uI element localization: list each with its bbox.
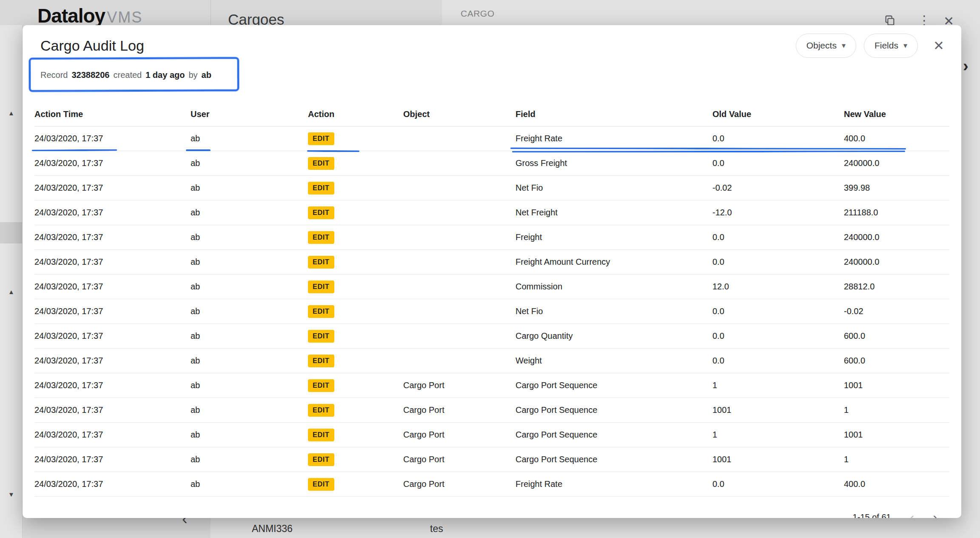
cargo-audit-log-dialog: Cargo Audit Log Objects ▾ Fields ▾ ✕ Rec… <box>23 25 961 518</box>
cell-field: Freight <box>516 232 712 242</box>
cell-time: 24/03/2020, 17:37 <box>34 232 191 242</box>
cell-old-value: 12.0 <box>712 282 844 292</box>
cell-field: Weight <box>516 356 712 366</box>
record-banner-created: created <box>113 70 142 80</box>
edit-badge: EDIT <box>308 379 334 392</box>
audit-table: Action TimeUserActionObjectFieldOld Valu… <box>23 103 961 497</box>
cell-user: ab <box>191 356 308 366</box>
cell-field: Freight Rate <box>516 479 712 489</box>
pagination-bar: 1-15 of 61 ‹ › <box>23 505 961 518</box>
cell-action: EDIT <box>308 355 403 367</box>
cell-field: Net Freight <box>516 208 712 217</box>
cell-action: EDIT <box>308 132 403 145</box>
cell-object: Cargo Port <box>403 381 516 390</box>
objects-dropdown-button[interactable]: Objects ▾ <box>796 34 856 58</box>
column-header-user: User <box>191 109 308 119</box>
cell-field: Cargo Port Sequence <box>516 381 712 390</box>
cell-old-value: 1 <box>712 430 844 440</box>
column-header-action: Action <box>308 109 403 119</box>
cell-field: Cargo Port Sequence <box>516 405 712 415</box>
cell-old-value: 0.0 <box>712 356 844 366</box>
cell-action: EDIT <box>308 305 403 318</box>
cell-action: EDIT <box>308 330 403 343</box>
pagination-next-icon[interactable]: › <box>933 510 937 518</box>
cell-field: Freight Rate <box>516 134 712 143</box>
column-header-action-time: Action Time <box>34 109 191 119</box>
cell-user: ab <box>191 381 308 390</box>
cell-new-value: 1 <box>844 405 949 415</box>
cell-user: ab <box>191 430 308 440</box>
cell-new-value: 399.98 <box>844 183 949 193</box>
table-row: 24/03/2020, 17:37abEDITWeight0.0600.0 <box>34 349 949 373</box>
cell-field: Commission <box>516 282 712 292</box>
table-row: 24/03/2020, 17:37abEDITNet Fio-0.02399.9… <box>34 176 949 200</box>
table-row: 24/03/2020, 17:37abEDITNet Freight-12.02… <box>34 200 949 225</box>
chevron-down-icon: ▾ <box>903 41 907 50</box>
cell-field: Cargo Port Sequence <box>516 455 712 464</box>
cell-old-value: 0.0 <box>712 232 844 242</box>
edit-badge: EDIT <box>308 132 334 145</box>
cell-old-value: 0.0 <box>712 306 844 316</box>
objects-dropdown-label: Objects <box>806 40 837 51</box>
edit-badge: EDIT <box>308 330 334 343</box>
record-id: 32388206 <box>71 70 109 80</box>
cell-field: Cargo Port Sequence <box>516 430 712 440</box>
cell-object: Cargo Port <box>403 430 516 440</box>
record-banner: Record 32388206 created 1 day ago by ab <box>33 61 232 89</box>
cell-user: ab <box>191 134 308 143</box>
cell-field: Net Fio <box>516 183 712 193</box>
table-row: 24/03/2020, 17:37abEDITCargo PortCargo P… <box>34 373 949 398</box>
edit-badge: EDIT <box>308 305 334 318</box>
cell-new-value: 240000.0 <box>844 158 949 168</box>
edit-badge: EDIT <box>308 429 334 441</box>
cell-field: Freight Amount Currency <box>516 257 712 267</box>
cell-user: ab <box>191 405 308 415</box>
cell-old-value: 1 <box>712 381 844 390</box>
cell-action: EDIT <box>308 404 403 417</box>
cell-old-value: 0.0 <box>712 331 844 341</box>
cell-old-value: -0.02 <box>712 183 844 193</box>
column-header-old-value: Old Value <box>712 109 844 119</box>
pagination-prev-icon[interactable]: ‹ <box>910 510 914 518</box>
cell-new-value: 1 <box>844 455 949 464</box>
record-user: ab <box>202 70 211 80</box>
cell-new-value: 600.0 <box>844 331 949 341</box>
pagination-range-label: 1-15 of 61 <box>853 512 891 518</box>
chevron-down-icon: ▾ <box>842 41 846 50</box>
cell-new-value: 1001 <box>844 430 949 440</box>
cell-field: Gross Freight <box>516 158 712 168</box>
cell-user: ab <box>191 455 308 464</box>
table-row: 24/03/2020, 17:37abEDITFreight Rate0.040… <box>34 126 949 151</box>
edit-badge: EDIT <box>308 355 334 367</box>
cell-old-value: 1001 <box>712 405 844 415</box>
edit-badge: EDIT <box>308 404 334 417</box>
table-row: 24/03/2020, 17:37abEDITCargo PortFreight… <box>34 472 949 497</box>
edit-badge: EDIT <box>308 157 334 170</box>
fields-dropdown-button[interactable]: Fields ▾ <box>864 34 918 58</box>
column-header-object: Object <box>403 109 516 119</box>
table-row: 24/03/2020, 17:37abEDITGross Freight0.02… <box>34 151 949 176</box>
record-banner-by: by <box>188 70 197 80</box>
audit-table-header: Action TimeUserActionObjectFieldOld Valu… <box>34 103 949 126</box>
cell-user: ab <box>191 232 308 242</box>
cell-old-value: 1001 <box>712 455 844 464</box>
cell-action: EDIT <box>308 256 403 269</box>
cell-time: 24/03/2020, 17:37 <box>34 134 191 143</box>
cell-time: 24/03/2020, 17:37 <box>34 257 191 267</box>
dialog-title: Cargo Audit Log <box>40 37 788 54</box>
record-time-ago: 1 day ago <box>145 70 185 80</box>
table-row: 24/03/2020, 17:37abEDITNet Fio0.0-0.02 <box>34 299 949 324</box>
cell-user: ab <box>191 257 308 267</box>
cell-user: ab <box>191 158 308 168</box>
table-row: 24/03/2020, 17:37abEDITCargo Quantity0.0… <box>34 324 949 349</box>
cell-time: 24/03/2020, 17:37 <box>34 381 191 390</box>
table-row: 24/03/2020, 17:37abEDITCommission12.0288… <box>34 275 949 299</box>
edit-badge: EDIT <box>308 280 334 293</box>
table-row: 24/03/2020, 17:37abEDITCargo PortCargo P… <box>34 447 949 472</box>
fields-dropdown-label: Fields <box>875 40 898 51</box>
cell-old-value: 0.0 <box>712 479 844 489</box>
table-row: 24/03/2020, 17:37abEDITFreight0.0240000.… <box>34 225 949 250</box>
dialog-close-icon[interactable]: ✕ <box>933 39 944 52</box>
cell-object: Cargo Port <box>403 455 516 464</box>
cell-old-value: -12.0 <box>712 208 844 217</box>
